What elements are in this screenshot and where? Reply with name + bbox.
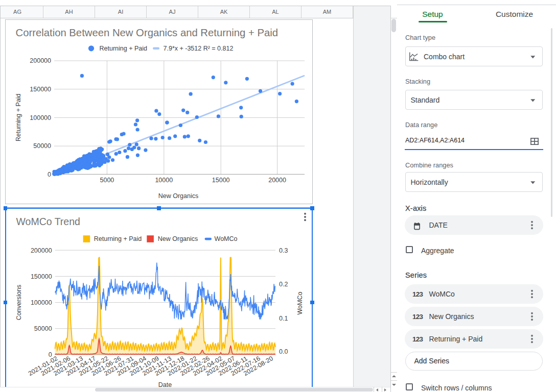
svg-text:WoMCo: WoMCo xyxy=(215,235,238,242)
svg-text:New Organics: New Organics xyxy=(158,192,199,200)
svg-text:10000: 10000 xyxy=(155,177,173,184)
svg-text:7.9*x + -3512 R² = 0.812: 7.9*x + -3512 R² = 0.812 xyxy=(164,45,234,52)
svg-text:Returning + Paid: Returning + Paid xyxy=(15,93,22,141)
svg-text:0.0: 0.0 xyxy=(279,348,288,355)
svg-text:WoMCo: WoMCo xyxy=(296,291,304,314)
svg-text:15000: 15000 xyxy=(212,177,230,184)
svg-text:150000: 150000 xyxy=(31,273,52,280)
svg-text:100000: 100000 xyxy=(30,114,51,121)
svg-text:Correlation Between New Organi: Correlation Between New Organics and Ret… xyxy=(16,27,279,38)
svg-text:20000: 20000 xyxy=(268,177,286,184)
svg-text:50000: 50000 xyxy=(34,325,52,332)
svg-text:0.2: 0.2 xyxy=(279,281,288,288)
svg-text:Returning + Paid: Returning + Paid xyxy=(94,235,142,242)
svg-text:0.3: 0.3 xyxy=(279,247,288,254)
svg-text:150000: 150000 xyxy=(30,86,51,93)
svg-text:100000: 100000 xyxy=(31,299,52,306)
svg-text:WoMCo Trend: WoMCo Trend xyxy=(16,216,80,227)
svg-text:200000: 200000 xyxy=(31,247,52,254)
svg-text:0.1: 0.1 xyxy=(279,315,288,322)
svg-text:Conversions: Conversions xyxy=(15,285,22,320)
svg-text:5000: 5000 xyxy=(100,177,114,184)
svg-text:0: 0 xyxy=(48,171,51,178)
svg-text:Returning + Paid: Returning + Paid xyxy=(100,45,148,52)
svg-text:200000: 200000 xyxy=(30,57,51,64)
svg-text:50000: 50000 xyxy=(33,142,51,150)
svg-text:New Organics: New Organics xyxy=(158,235,198,242)
